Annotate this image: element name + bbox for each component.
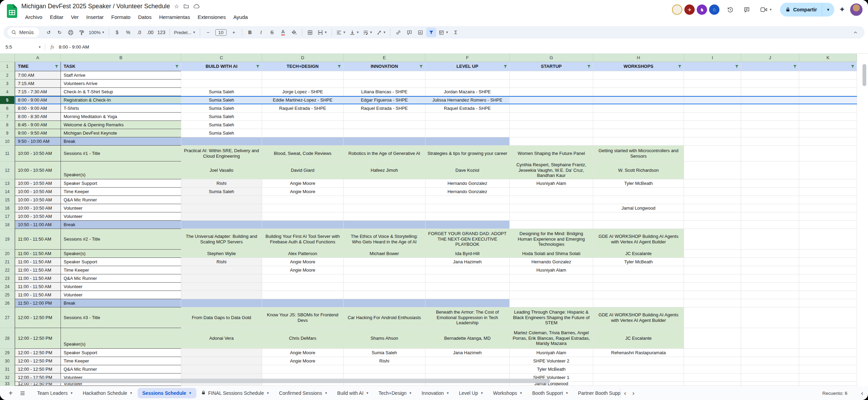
cell-I18[interactable] xyxy=(684,221,741,229)
cell-G9[interactable] xyxy=(510,129,593,137)
cell-K17[interactable] xyxy=(799,212,857,221)
cell-H21[interactable]: Tyler McBeath xyxy=(593,258,684,266)
text-wrap-button[interactable]: ▼ xyxy=(361,28,374,37)
cell-I31[interactable] xyxy=(684,365,741,373)
cell-I25[interactable] xyxy=(684,291,741,299)
cell-K15[interactable] xyxy=(799,196,857,204)
menu-editar[interactable]: Editar xyxy=(47,13,66,21)
row-header-14[interactable]: 14 xyxy=(0,188,15,196)
cell-A12[interactable]: 10:00 - 10:50 AM xyxy=(15,161,61,179)
cell-D9[interactable] xyxy=(262,129,344,137)
cell-A13[interactable]: 10:00 - 10:50 AM xyxy=(15,179,61,188)
filter-funnel-icon[interactable] xyxy=(419,64,423,69)
cell-J18[interactable] xyxy=(741,221,799,229)
menus-search-button[interactable]: Menús xyxy=(8,28,39,37)
cell-C10[interactable] xyxy=(181,137,262,146)
cell-F20[interactable]: Ida Byrd-Hill xyxy=(425,250,510,258)
cell-G26[interactable] xyxy=(510,299,593,307)
cell-J24[interactable] xyxy=(741,283,799,291)
cell-F21[interactable]: Jana Hazimeh xyxy=(425,258,510,266)
cell-G7[interactable] xyxy=(510,113,593,121)
row-header-28[interactable]: 28 xyxy=(0,328,15,349)
functions-button[interactable]: Σ xyxy=(451,28,461,37)
cell-I32[interactable] xyxy=(684,373,741,382)
cell-I28[interactable] xyxy=(684,328,741,349)
cell-E8[interactable] xyxy=(344,121,425,129)
sheet-tab-level-up[interactable]: Level Up▼ xyxy=(454,388,488,398)
cell-K3[interactable] xyxy=(799,80,857,88)
cell-A23[interactable]: 11:00 - 11:50 AM xyxy=(15,274,61,283)
cell-D3[interactable] xyxy=(262,80,344,88)
italic-button[interactable]: I xyxy=(256,28,266,37)
move-folder-icon[interactable] xyxy=(183,3,189,9)
cell-E10[interactable] xyxy=(344,137,425,146)
cell-B10[interactable]: Break xyxy=(61,137,181,146)
cell-K23[interactable] xyxy=(799,274,857,283)
cell-C4[interactable]: Sumia Saleh xyxy=(181,88,262,96)
cell-D5[interactable]: Eddie Martinez-Lopez - SHPE xyxy=(262,96,344,104)
cell-B20[interactable]: Speaker(s) xyxy=(61,250,181,258)
cell-H3[interactable] xyxy=(593,80,684,88)
collaborator-avatar-4[interactable]: ♘ xyxy=(709,4,719,15)
cell-J28[interactable] xyxy=(741,328,799,349)
cell-A26[interactable]: 11:50 - 12:00 PM xyxy=(15,299,61,307)
column-header-A[interactable]: A xyxy=(15,54,61,62)
cell-E4[interactable]: Liliana Blancas - SHPE xyxy=(344,88,425,96)
cell-C12[interactable]: Joel Vasallo xyxy=(181,161,262,179)
filter-funnel-icon[interactable] xyxy=(587,64,591,69)
sheet-tab-sessions-schedule[interactable]: Sessions Schedule▼ xyxy=(138,388,197,398)
cell-D27[interactable]: Know Your JS: SBOMs for Frontend Devs xyxy=(262,307,344,328)
cell-D19[interactable]: Building Your First AI Tool Server with … xyxy=(262,229,344,250)
text-color-button[interactable]: A xyxy=(278,28,288,37)
menu-extensiones[interactable]: Extensiones xyxy=(195,13,229,21)
cell-B22[interactable]: Time Keeper xyxy=(61,266,181,274)
cell-K32[interactable] xyxy=(799,373,857,382)
cell-E18[interactable] xyxy=(344,221,425,229)
cell-J20[interactable] xyxy=(741,250,799,258)
collaborator-avatar-3[interactable]: ♞ xyxy=(697,4,707,15)
cell-J13[interactable] xyxy=(741,179,799,188)
cell-E23[interactable] xyxy=(344,274,425,283)
cell-G31[interactable]: Tyler McBeath xyxy=(510,365,593,373)
sheet-tab-build-with-ai[interactable]: Build with AI▼ xyxy=(333,388,374,398)
cell-H13[interactable]: Tyler McBeath xyxy=(593,179,684,188)
sheet-tab-tech-design[interactable]: Tech+Design▼ xyxy=(374,388,417,398)
cell-J21[interactable] xyxy=(741,258,799,266)
cell-K13[interactable] xyxy=(799,179,857,188)
paint-format-button[interactable] xyxy=(76,28,87,37)
cell-K24[interactable] xyxy=(799,283,857,291)
cell-G29[interactable]: Husniyah Alam xyxy=(510,349,593,357)
cell-F27[interactable]: Beneath the Armor: The Cost of Emotional… xyxy=(425,307,510,328)
cell-I21[interactable] xyxy=(684,258,741,266)
star-icon[interactable]: ☆ xyxy=(174,3,179,10)
cell-J33[interactable] xyxy=(741,382,799,386)
cell-G17[interactable] xyxy=(510,212,593,221)
cell-E21[interactable] xyxy=(344,258,425,266)
cell-D23[interactable] xyxy=(262,274,344,283)
cell-K22[interactable] xyxy=(799,266,857,274)
tab-scroll-right-button[interactable]: › xyxy=(632,390,634,397)
font-select[interactable]: Predet...▼ xyxy=(173,28,197,37)
document-title[interactable]: Michigan DevFest 2025 Speaker / Voluntee… xyxy=(21,3,170,10)
menu-archivo[interactable]: Archivo xyxy=(22,13,45,21)
cell-C25[interactable] xyxy=(181,291,262,299)
cell-I22[interactable] xyxy=(684,266,741,274)
cell-I1[interactable] xyxy=(684,62,741,71)
cell-A30[interactable]: 12:00 - 12:50 PM xyxy=(15,357,61,365)
cell-B9[interactable]: Michigan DevFest Keynote xyxy=(61,129,181,137)
cell-E31[interactable] xyxy=(344,365,425,373)
cell-K4[interactable] xyxy=(799,88,857,96)
cell-C29[interactable] xyxy=(181,349,262,357)
cell-H15[interactable] xyxy=(593,196,684,204)
cell-B25[interactable]: Volunteer xyxy=(61,291,181,299)
tab-menu-caret[interactable]: ▼ xyxy=(480,391,484,395)
cell-B26[interactable]: Break xyxy=(61,299,181,307)
sheet-tab-workshops[interactable]: Workshops▼ xyxy=(488,388,528,398)
cell-G11[interactable]: Women Shaping the Future Panel xyxy=(510,146,593,161)
filter-funnel-icon[interactable] xyxy=(793,64,797,69)
cell-K2[interactable] xyxy=(799,71,857,80)
decrease-font-button[interactable]: − xyxy=(203,28,213,37)
cell-I8[interactable] xyxy=(684,121,741,129)
row-header-3[interactable]: 3 xyxy=(0,80,15,88)
cell-B8[interactable]: Welcome & Opening Remarks xyxy=(61,121,181,129)
